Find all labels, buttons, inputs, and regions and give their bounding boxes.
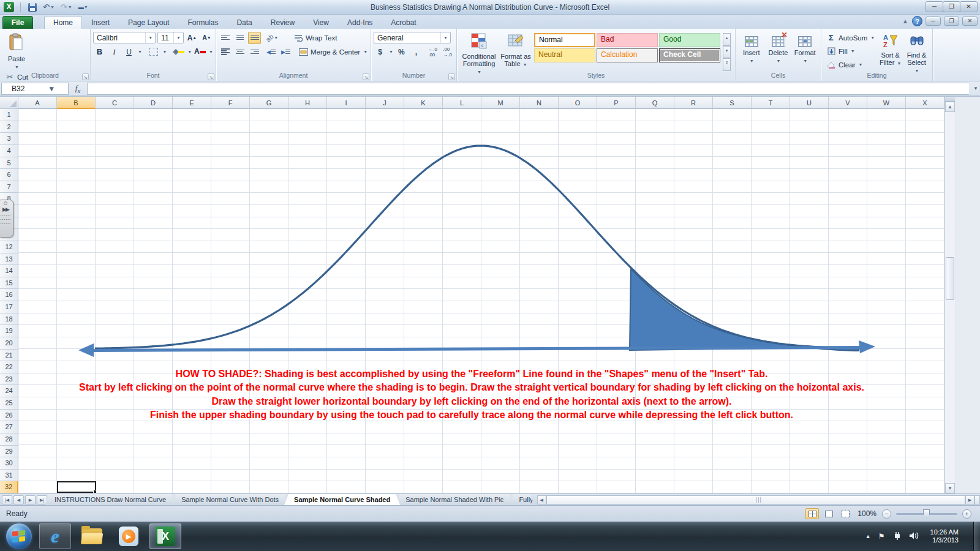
sheet-tab-fully[interactable]: Fully bbox=[509, 494, 534, 505]
row-header-19[interactable]: 19 bbox=[0, 325, 18, 337]
fill-color-button[interactable]: ◈ bbox=[172, 46, 185, 58]
number-format-select[interactable]: General▼ bbox=[374, 32, 451, 43]
align-top-button[interactable] bbox=[219, 32, 232, 44]
align-bottom-button[interactable] bbox=[248, 32, 261, 44]
decrease-decimal-button[interactable]: .00→.0 bbox=[441, 46, 454, 58]
row-header-5[interactable]: 5 bbox=[0, 157, 18, 170]
cell-style-normal[interactable]: Normal bbox=[534, 33, 595, 47]
align-left-button[interactable] bbox=[219, 46, 232, 58]
tab-data[interactable]: Data bbox=[227, 16, 261, 29]
power-plug-icon[interactable] bbox=[892, 531, 902, 542]
italic-button[interactable]: I bbox=[108, 46, 121, 58]
show-desktop-button[interactable] bbox=[973, 522, 980, 551]
find-select-button[interactable]: Find & Select ▼ bbox=[903, 31, 930, 70]
column-header-G[interactable]: G bbox=[250, 97, 288, 109]
gallery-up-button[interactable]: ▲ bbox=[723, 33, 731, 46]
row-header-26[interactable]: 26 bbox=[0, 410, 18, 422]
fill-button[interactable]: Fill▼ bbox=[824, 45, 877, 58]
row-header-21[interactable]: 21 bbox=[0, 350, 18, 362]
tab-acrobat[interactable]: Acrobat bbox=[382, 16, 425, 29]
grow-font-button[interactable]: A▲ bbox=[186, 32, 198, 44]
sheet-tab-sample-normal-curve-with-dots[interactable]: Sample Normal Curve With Dots bbox=[172, 494, 288, 505]
page-layout-view-button[interactable] bbox=[822, 508, 835, 519]
sheet-tab-instructions-draw-normal-curve[interactable]: INSTRUCTIONS Draw Normal Curve bbox=[45, 494, 176, 505]
column-header-C[interactable]: C bbox=[96, 97, 134, 109]
percent-style-button[interactable]: % bbox=[395, 46, 408, 58]
horizontal-scrollbar[interactable]: ◀ ||| ▶ bbox=[537, 494, 980, 505]
row-header-6[interactable]: 6 bbox=[0, 169, 18, 181]
row-header-17[interactable]: 17 bbox=[0, 301, 18, 313]
vertical-scrollbar[interactable]: ▲ ▼ bbox=[944, 97, 955, 493]
collapse-ribbon-icon[interactable]: ▲ bbox=[902, 18, 908, 24]
next-sheet-button[interactable]: ▶ bbox=[25, 495, 36, 504]
insert-cells-button[interactable]: Insert▼ bbox=[738, 31, 765, 70]
column-header-M[interactable]: M bbox=[481, 97, 520, 109]
taskbar-file-explorer[interactable] bbox=[76, 523, 108, 549]
column-header-N[interactable]: N bbox=[520, 97, 559, 109]
row-header-16[interactable]: 16 bbox=[0, 289, 18, 301]
shrink-font-button[interactable]: A▼ bbox=[200, 32, 213, 44]
help-icon[interactable]: ? bbox=[912, 16, 922, 26]
sheet-tab-sample-normal-shaded-with-pic[interactable]: Sample Normal Shaded With Pic bbox=[396, 494, 513, 505]
column-header-P[interactable]: P bbox=[597, 97, 636, 109]
name-box[interactable]: B32▼ bbox=[1, 83, 69, 95]
row-header-14[interactable]: 14 bbox=[0, 265, 18, 277]
select-all-corner[interactable] bbox=[0, 97, 18, 109]
row-header-22[interactable]: 22 bbox=[0, 361, 18, 373]
column-header-S[interactable]: S bbox=[713, 97, 752, 109]
scroll-down-button[interactable]: ▼ bbox=[945, 483, 955, 493]
column-header-X[interactable]: X bbox=[906, 97, 944, 109]
cell-style-calculation[interactable]: Calculation bbox=[597, 48, 658, 62]
autosum-button[interactable]: ΣAutoSum▼ bbox=[824, 31, 877, 44]
cell-style-bad[interactable]: Bad bbox=[597, 33, 658, 47]
conditional-formatting-button[interactable]: ≤ Conditional Formatting ▼ bbox=[459, 31, 499, 70]
align-center-button[interactable] bbox=[233, 46, 246, 58]
alignment-dialog-launcher[interactable]: ↘ bbox=[363, 73, 369, 80]
sort-filter-button[interactable]: AZ Sort & Filter ▼ bbox=[877, 31, 903, 70]
vertical-scroll-thumb[interactable] bbox=[946, 257, 954, 300]
row-header-15[interactable]: 15 bbox=[0, 277, 18, 290]
zoom-slider-track[interactable] bbox=[896, 513, 957, 515]
hscroll-right-button[interactable]: ▶ bbox=[965, 495, 974, 504]
decrease-indent-button[interactable]: ◀ bbox=[265, 46, 277, 58]
format-as-table-button[interactable]: Format as Table ▼ bbox=[499, 31, 533, 70]
docked-mini-toolbar[interactable]: ▶▶ ⋯⋯⋯⋯⋯⋯ bbox=[0, 200, 13, 238]
column-header-K[interactable]: K bbox=[404, 97, 443, 109]
zoom-out-button[interactable]: − bbox=[882, 509, 891, 519]
row-header-18[interactable]: 18 bbox=[0, 313, 18, 326]
insert-function-button[interactable]: fx bbox=[69, 83, 87, 94]
zoom-level[interactable]: 100% bbox=[858, 509, 876, 518]
row-header-32[interactable]: 32 bbox=[0, 481, 18, 493]
column-header-U[interactable]: U bbox=[790, 97, 829, 109]
column-header-O[interactable]: O bbox=[559, 97, 597, 109]
cell-style-good[interactable]: Good bbox=[659, 33, 720, 47]
column-header-T[interactable]: T bbox=[752, 97, 790, 109]
scroll-up-button[interactable]: ▲ bbox=[945, 102, 955, 112]
action-center-flag-icon[interactable]: ⚑ bbox=[878, 532, 885, 541]
font-size-select[interactable]: 11▼ bbox=[157, 32, 184, 43]
normal-view-button[interactable] bbox=[805, 508, 819, 519]
comma-style-button[interactable]: , bbox=[410, 46, 423, 58]
row-header-29[interactable]: 29 bbox=[0, 446, 18, 458]
tab-insert[interactable]: Insert bbox=[82, 16, 119, 29]
cell-grid[interactable] bbox=[18, 109, 944, 493]
column-header-F[interactable]: F bbox=[211, 97, 250, 109]
column-header-I[interactable]: I bbox=[327, 97, 366, 109]
column-header-E[interactable]: E bbox=[173, 97, 211, 109]
column-header-L[interactable]: L bbox=[443, 97, 481, 109]
sheet-tab-sample-normal-curve-shaded[interactable]: Sample Normal Curve Shaded bbox=[284, 494, 400, 505]
column-header-D[interactable]: D bbox=[134, 97, 173, 109]
zoom-in-button[interactable]: + bbox=[962, 509, 971, 519]
expand-formula-bar-icon[interactable]: ▼ bbox=[971, 86, 980, 91]
row-header-13[interactable]: 13 bbox=[0, 253, 18, 266]
minimize-button[interactable]: ─ bbox=[925, 1, 943, 12]
prev-sheet-button[interactable]: ◀ bbox=[13, 495, 24, 504]
row-header-27[interactable]: 27 bbox=[0, 421, 18, 433]
tab-review[interactable]: Review bbox=[262, 16, 304, 29]
accounting-format-button[interactable]: $ bbox=[374, 46, 386, 58]
font-name-select[interactable]: Calibri▼ bbox=[93, 32, 156, 43]
underline-button[interactable]: U bbox=[123, 46, 135, 58]
number-dialog-launcher[interactable]: ↘ bbox=[448, 73, 455, 80]
show-hidden-icons-button[interactable]: ▲ bbox=[865, 533, 871, 539]
column-header-W[interactable]: W bbox=[867, 97, 906, 109]
